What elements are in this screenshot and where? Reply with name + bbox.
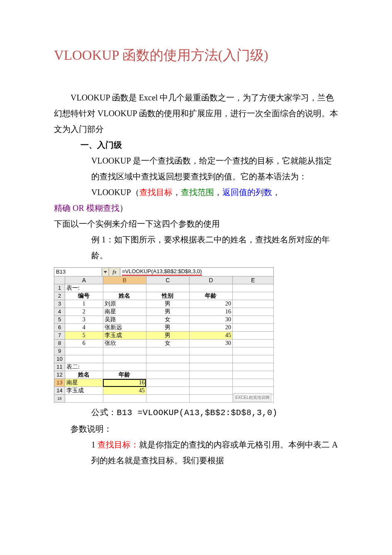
- col-header-B[interactable]: B: [103, 276, 146, 284]
- cell[interactable]: [233, 347, 274, 355]
- cell[interactable]: 南星: [103, 308, 146, 316]
- cell[interactable]: 男: [146, 324, 189, 332]
- cell[interactable]: 李玉成: [103, 332, 146, 340]
- cell[interactable]: 6: [65, 340, 103, 347]
- cell[interactable]: 张新远: [103, 324, 146, 332]
- cell[interactable]: 30: [189, 340, 232, 347]
- cell[interactable]: [233, 316, 274, 324]
- cell[interactable]: [233, 308, 274, 316]
- cell[interactable]: [189, 379, 232, 387]
- col-header-C[interactable]: C: [146, 276, 189, 284]
- cell[interactable]: [233, 332, 274, 340]
- cell[interactable]: [65, 355, 103, 363]
- col-header-E[interactable]: E: [233, 276, 274, 284]
- fx-icon[interactable]: fx: [109, 268, 120, 276]
- row-header[interactable]: 15: [54, 395, 65, 403]
- cell[interactable]: 吴路: [103, 316, 146, 324]
- cell[interactable]: 2: [65, 308, 103, 316]
- cell[interactable]: 45: [189, 332, 232, 340]
- row-header[interactable]: 5: [54, 316, 65, 324]
- cell[interactable]: 刘原: [103, 300, 146, 308]
- row-header[interactable]: 13: [54, 379, 65, 387]
- row-header[interactable]: 4: [54, 308, 65, 316]
- row-header[interactable]: 6: [54, 324, 65, 332]
- row-header[interactable]: 10: [54, 355, 65, 363]
- cell[interactable]: [233, 324, 274, 332]
- cell[interactable]: 45: [103, 387, 146, 395]
- cell[interactable]: 20: [189, 300, 232, 308]
- formula-value[interactable]: =VLOOKUP(A13,$B$2:$D$8,3,0): [120, 268, 273, 276]
- cell[interactable]: 30: [189, 316, 232, 324]
- cell[interactable]: [233, 284, 274, 292]
- active-cell[interactable]: 16: [103, 379, 146, 387]
- cell[interactable]: 16: [189, 308, 232, 316]
- cell[interactable]: [233, 292, 274, 300]
- row-header[interactable]: 3: [54, 300, 65, 308]
- row-header[interactable]: 8: [54, 340, 65, 347]
- cell[interactable]: 姓名: [103, 292, 146, 300]
- cell[interactable]: [146, 395, 189, 403]
- col-header-A[interactable]: A: [65, 276, 103, 284]
- cell[interactable]: [189, 387, 232, 395]
- cell[interactable]: [103, 355, 146, 363]
- name-box-dropdown-icon[interactable]: [102, 268, 109, 276]
- cell[interactable]: 20: [189, 324, 232, 332]
- cell[interactable]: [233, 371, 274, 379]
- cell[interactable]: [146, 371, 189, 379]
- row-header[interactable]: 7: [54, 332, 65, 340]
- cell[interactable]: 编号: [65, 292, 103, 300]
- column-header-row: A B C D E: [54, 276, 274, 284]
- cell[interactable]: [146, 363, 189, 371]
- cell[interactable]: 男: [146, 308, 189, 316]
- cell[interactable]: [103, 395, 146, 403]
- row-header[interactable]: 9: [54, 347, 65, 355]
- cell[interactable]: 李玉成: [65, 387, 103, 395]
- cell[interactable]: [233, 355, 274, 363]
- cell[interactable]: [146, 379, 189, 387]
- cell[interactable]: 表二:: [65, 363, 103, 371]
- cell[interactable]: 3: [65, 316, 103, 324]
- cell[interactable]: 1: [65, 300, 103, 308]
- cell[interactable]: [233, 379, 274, 387]
- cell[interactable]: [103, 284, 146, 292]
- cell[interactable]: [189, 284, 232, 292]
- row-header[interactable]: 1: [54, 284, 65, 292]
- cell[interactable]: [146, 284, 189, 292]
- row-header[interactable]: 14: [54, 387, 65, 395]
- cell[interactable]: 女: [146, 316, 189, 324]
- cell[interactable]: [103, 363, 146, 371]
- cell[interactable]: [233, 340, 274, 347]
- cell[interactable]: 男: [146, 300, 189, 308]
- cell[interactable]: [233, 363, 274, 371]
- row-header[interactable]: 11: [54, 363, 65, 371]
- cell[interactable]: 男: [146, 332, 189, 340]
- cell[interactable]: 南星: [65, 379, 103, 387]
- cell[interactable]: [65, 395, 103, 403]
- example-lead-in: 下面以一个实例来介绍一下这四个参数的使用: [54, 216, 338, 232]
- cell[interactable]: [189, 347, 232, 355]
- cell[interactable]: [189, 395, 232, 403]
- cell[interactable]: 4: [65, 324, 103, 332]
- cell[interactable]: 姓名: [65, 371, 103, 379]
- cell[interactable]: 张欣: [103, 340, 146, 347]
- cell[interactable]: [103, 347, 146, 355]
- cell[interactable]: [65, 347, 103, 355]
- cell[interactable]: 年龄: [103, 371, 146, 379]
- corner-cell[interactable]: [54, 276, 65, 284]
- cell[interactable]: [146, 387, 189, 395]
- cell[interactable]: [189, 363, 232, 371]
- cell[interactable]: [189, 371, 232, 379]
- cell[interactable]: [189, 355, 232, 363]
- cell[interactable]: 性别: [146, 292, 189, 300]
- cell[interactable]: 女: [146, 340, 189, 347]
- cell[interactable]: [233, 300, 274, 308]
- name-box[interactable]: B13: [54, 268, 102, 276]
- cell[interactable]: 表一:: [65, 284, 103, 292]
- col-header-D[interactable]: D: [189, 276, 232, 284]
- row-header[interactable]: 2: [54, 292, 65, 300]
- cell[interactable]: [146, 347, 189, 355]
- cell[interactable]: 5: [65, 332, 103, 340]
- cell[interactable]: [146, 355, 189, 363]
- row-header[interactable]: 12: [54, 371, 65, 379]
- cell[interactable]: 年龄: [189, 292, 232, 300]
